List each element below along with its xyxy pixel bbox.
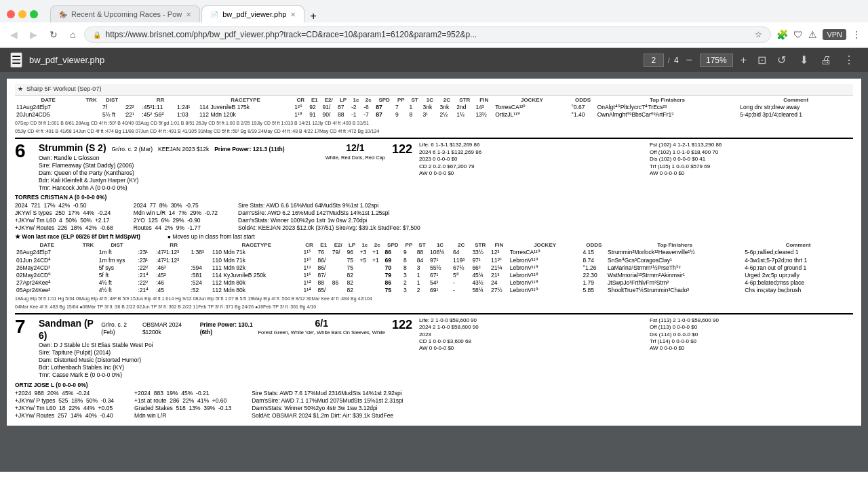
window-minimize-button[interactable] [18,10,26,18]
cell-e1: 92 [308,104,321,111]
horse7-number: 7 [15,317,39,336]
cell-fin: 24 [490,279,509,287]
h6-col-c1: 1C [429,242,452,249]
lock-icon: 🔒 [93,31,101,39]
cell-e2: 91/ [321,104,336,111]
horse6-odds: 12/1 [326,142,385,154]
cell-1c [359,287,371,294]
horse6-2023-stats: 2023 0 0-0-0 $0 [419,156,650,163]
horse7-stat-3: +JKYw/ Trn L60 18 22% 44% +0.05 [15,405,114,412]
page-input[interactable] [644,54,664,67]
cell-1c [359,272,371,279]
hamburger-button[interactable]: ☰ [10,52,22,68]
address-text: https://www.brisnet.com/php/bw_pdf_viewe… [105,30,751,39]
cell-fin: 21¼ [490,264,509,272]
horse7-prime-power: Prime Power: 130.1 (6th) [200,321,258,336]
cell-date: 11Aug24Elp7 [15,104,81,111]
zoom-in-button[interactable]: + [737,53,750,68]
back-button[interactable]: ◀ [7,28,21,41]
col-1c: 1c [350,97,362,104]
tab-1-icon: 🏇 [59,11,67,18]
horse6-gr-ro: Gr/ro. c. 2 (Mar) [112,146,153,153]
tab-1-close[interactable]: ✕ [186,11,191,18]
horse6-stat-4: +JKYw/ Routes 226 18% 42% -0.68 [15,224,113,232]
window-maximize-button[interactable] [30,10,38,18]
cell-date: 01Jun 24CD⁴ [15,257,79,264]
cell-2c [371,287,383,294]
menu-icon[interactable]: ⋮ [852,29,861,40]
cell-e1: 88 [317,279,331,287]
fit-page-button[interactable]: ⊡ [754,52,770,68]
tab-bar: 🏇 Recent & Upcoming Races - Pow ✕ 📄 bw_p… [43,5,328,22]
extensions-icon[interactable]: 🧩 [776,29,788,40]
pdf-title: bw_pdf_viewer.php [29,55,637,65]
h6-col-dist: DIST [98,242,137,249]
horse7-dam: Dam: Distorted Music (Distorted Humor) [39,357,258,364]
horse7-dam-sire-stat: Dam'sSire: AWD 7.1 17%Mud 2075MudSts 15%… [252,397,403,405]
cell-cr: 1¹⁴ [302,287,317,294]
small-dates-row-1: 07Sep CD 5f ft 1:001 B 8/61 28Aug CD 4f … [15,119,853,127]
horse7-sold-at: SoldAt: OBSMAR 2024 $1.2m Dirt: Air: $39… [252,412,403,420]
horse6-stat-3: +JKYw/ Trn L60 4 50% 50% +2.17 [15,217,113,224]
forward-button[interactable]: ▶ [26,28,41,41]
refresh-button[interactable]: ↻ [46,28,61,41]
h6-col-date: DATE [15,242,79,249]
cell-odds: °1.40 [570,111,596,119]
cell-e1: 76 [317,249,331,256]
more-options-button[interactable]: ⋮ [840,52,858,68]
horse6-bdr: Bdr: Kali Kleinfelt & Justyn Harper (KY) [39,177,326,184]
cell-odds: 4.15 [582,249,607,256]
cell-st: 3 [416,264,429,272]
print-button[interactable]: 🖨 [817,52,835,68]
cell-spd: 75 [384,287,403,294]
table-row: 27Apr24Kee⁴ 4½ ft :22² :46 :524 112 Mdn … [15,279,853,287]
new-tab-button[interactable]: + [306,10,320,22]
horse6-aw-stats: AW 0 0-0-0 $0 [419,170,650,177]
cell-dist: 5½ ft [101,111,123,119]
cell-st: 88 [416,249,429,256]
cell-rr2: :46 [155,279,189,287]
vpn-button[interactable]: VPN [823,29,846,40]
cell-c2: 3nk [438,104,455,111]
cell-date: 05Apr24Kee² [15,287,79,294]
col-fin: FIN [474,97,494,104]
cell-top-finishers: Strummin²Morlock¹²Heavenville¹½ [606,249,743,256]
cell-str: 97¹ [471,257,490,264]
cell-c1: 3nk [422,104,439,111]
cell-odds: 22.30 [582,272,607,279]
download-button[interactable]: ⬇ [796,52,812,68]
window-close-button[interactable] [7,10,15,18]
cell-trk [79,287,98,294]
col-c2: 2C [438,97,455,104]
cell-str: 33½ [471,249,490,256]
cell-fin: 12³ [490,249,509,256]
horse7-obsmar: OBSMAR 2024 $1200k [142,321,195,336]
table-row: 26May24CD³ 5f sys :22² :46² :594 111 Mdn… [15,264,853,272]
zoom-out-button[interactable]: − [683,53,696,68]
horse7-bdr: Bdr: Lothenbach Stables Inc (KY) [39,364,258,371]
cell-1c: +3 [359,249,371,256]
cell-top-finishers: SnSn⁴Gcs³CoragosClay¹ [606,257,743,264]
tab-2-close[interactable]: ✕ [290,11,296,18]
horse6-life-header: Life: 6 1-3-1 $132,269 86 [419,142,650,148]
h6-col-rr: RR [136,242,210,249]
home-button[interactable]: ⌂ [66,28,79,41]
cell-pp: 8 [402,257,416,264]
cell-rr3: :52 [189,287,210,294]
pdf-page: ★ Sharp 5F Workout (Sep-07) DATE TRK DIS… [7,79,861,426]
cell-c2: - [452,287,471,294]
cell-2c [371,279,383,287]
tab-1[interactable]: 🏇 Recent & Upcoming Races - Pow ✕ [50,5,200,22]
horse6-header: 6 Strummin (S 2) Gr/ro. c. 2 (Mar) KEEJA… [15,138,853,192]
h6-col-c2: 2C [452,242,471,249]
cell-comment: Long drv str;drew away [738,104,853,111]
tab-2[interactable]: 📄 bw_pdf_viewer.php ✕ [201,5,304,22]
col-rr: RR [123,97,198,104]
horse7-yr-stat-4: Mdn win L/R [134,412,231,420]
cell-lp: 75 [345,257,358,264]
rotate-button[interactable]: ↺ [774,52,789,68]
col-odds: ODDS [570,97,596,104]
cell-1c [359,279,371,287]
address-bar[interactable]: 🔒 https://www.brisnet.com/php/bw_pdf_vie… [84,26,771,43]
bookmark-icon[interactable]: ☆ [755,30,762,39]
